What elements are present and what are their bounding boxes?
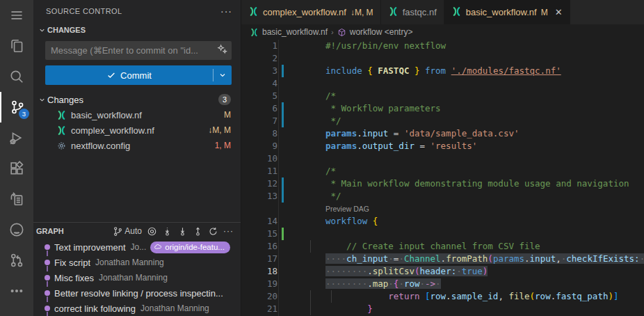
tab-basic_workflow.nf[interactable]: basic_workflow.nfM✕ [444,0,570,24]
activitybar-search[interactable] [0,61,33,92]
activity-bar: 3 [0,0,33,316]
git-modified-marker[interactable] [282,65,284,77]
fetch-icon[interactable] [162,226,172,237]
graph-section-label: GRAPH [36,227,64,235]
git-modified-marker[interactable] [282,190,284,203]
chevron-down-icon [218,71,227,79]
auto-branch-picker[interactable]: Auto [113,226,142,237]
changed-file-row[interactable]: complex_workflow.nf↓M, M [33,123,241,138]
activitybar-source-control[interactable]: 3 [0,92,33,123]
symbol-cube-icon [337,28,346,37]
line-number[interactable]: 7 [241,115,277,127]
activitybar-file-sync[interactable] [0,184,33,214]
line-number[interactable]: 18 [241,265,277,278]
chevron-down-icon [36,24,47,35]
line-number[interactable]: 19 [241,278,277,290]
line-number[interactable]: 12 [241,177,277,190]
code-line-1: 1#!/usr/bin/env nextflow [241,40,644,52]
line-number[interactable]: 6 [241,102,277,115]
changed-file-row[interactable]: nextflow.config1, M [33,138,241,153]
codelens-row[interactable]: Preview DAG [241,203,644,215]
changes-tree-header[interactable]: Changes 3 [33,92,241,107]
graph-section-header[interactable]: GRAPH Auto ··· [33,223,241,239]
commit-row[interactable]: correct link followingJonathan Manning [33,301,241,316]
tab-label: basic_workflow.nf [466,7,537,17]
line-number[interactable]: 3 [241,65,277,77]
pull-icon[interactable] [177,226,188,237]
commit-author: Jonathan Manning [140,303,209,313]
changes-section-header[interactable]: CHANGES [33,22,241,38]
file-status-badge: 1, M [215,141,231,150]
commit-button-group: Commit [45,65,232,85]
activitybar-more[interactable] [0,276,33,306]
line-number[interactable]: 11 [241,165,277,177]
line-number[interactable]: 2 [241,52,277,65]
code-line-11: 11/* [241,165,644,177]
more-actions-icon[interactable]: ··· [220,6,232,17]
line-number[interactable]: 4 [241,77,277,90]
line-number[interactable]: 16 [241,240,277,253]
commit-row[interactable]: Misc fixesJonathan Manning [33,270,241,285]
activitybar-github[interactable] [0,214,33,245]
breadcrumb-file[interactable]: basic_workflow.nf [262,27,328,37]
line-number[interactable]: 20 [241,290,277,303]
github-icon [9,222,24,237]
line-number[interactable]: 10 [241,152,277,165]
tab-bar: complex_workflow.nf↓M, Mfastqc.nfbasic_w… [241,0,644,24]
git-added-marker[interactable] [282,228,284,240]
git-modified-marker[interactable] [282,177,284,190]
line-number[interactable]: 21 [241,303,277,315]
activitybar-extensions[interactable] [0,153,33,184]
tab-label: complex_workflow.nf [263,7,346,17]
commit-row[interactable]: Fix scriptJonathan Manning [33,255,241,270]
activitybar-menu[interactable] [0,0,33,31]
line-number[interactable]: 15 [241,228,277,240]
line-number[interactable]: 17 [241,253,277,265]
tab-fastqc.nf[interactable]: fastqc.nf [381,0,444,24]
push-icon[interactable] [193,226,203,237]
code-line-18: 18········.splitCsv(header:·true) [241,265,644,278]
line-number[interactable]: 5 [241,90,277,102]
refresh-icon[interactable] [208,226,218,237]
git-modified-marker[interactable] [282,102,284,115]
auto-label: Auto [124,226,142,236]
changed-file-row[interactable]: basic_workflow.nfM [33,107,241,123]
commit-dot-icon [45,239,54,255]
line-number[interactable]: 13 [241,190,277,203]
line-number[interactable]: 1 [241,40,277,52]
commit-button[interactable]: Commit [45,65,213,85]
activitybar-run-debug[interactable] [0,123,33,153]
editor-group: complex_workflow.nf↓M, Mfastqc.nfbasic_w… [241,0,644,316]
tab-complex_workflow.nf[interactable]: complex_workflow.nf↓M, M [241,0,381,24]
activitybar-pull-request[interactable] [0,245,33,276]
file-status-badge: ↓M, M [208,125,231,135]
commit-dot-icon [45,270,54,285]
commit-dropdown-button[interactable] [214,65,232,85]
breadcrumb-symbol[interactable]: workflow <entry> [350,27,413,37]
code-line-15: 15 [241,228,644,240]
target-icon[interactable] [147,226,157,237]
close-icon[interactable]: ✕ [555,7,563,17]
git-modified-marker[interactable] [282,115,284,127]
commit-row[interactable]: Text improvementJo...origin/ide-featu... [33,239,241,255]
activitybar-files[interactable] [0,31,33,61]
sparkle-icon[interactable] [217,44,227,57]
tab-status-badge: ↓M, M [351,8,373,17]
graph-more-icon[interactable]: ··· [223,226,234,236]
chevron-down-icon [36,94,47,105]
breadcrumb[interactable]: basic_workflow.nf›workflow <entry> [241,24,644,40]
commit-dot-icon [45,255,54,270]
line-number[interactable]: 9 [241,140,277,152]
commit-row[interactable]: Better resolve linking / process inspect… [33,285,241,301]
code-line-17: 17····ch_input·=·Channel.fromPath(params… [241,253,644,265]
line-number[interactable]: 8 [241,127,277,140]
commit-button-label: Commit [120,70,152,81]
commit-dot-icon [45,301,54,316]
line-number[interactable]: 14 [241,215,277,228]
module-link[interactable]: './modules/fastqc.nf' [451,65,561,76]
cloud-icon [154,243,162,251]
changes-tree-label: Changes [47,95,218,105]
code-editor[interactable]: 1#!/usr/bin/env nextflow23include { FAST… [241,40,644,316]
commit-message-input[interactable] [51,45,217,56]
commit-author: Jo... [131,242,147,252]
